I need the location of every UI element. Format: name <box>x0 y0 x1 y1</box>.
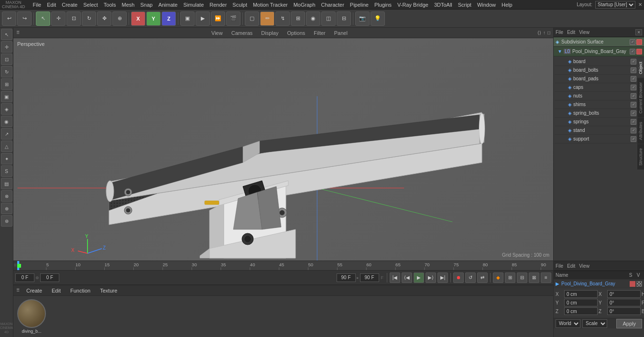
zaxis-btn[interactable]: Z <box>162 11 176 26</box>
attr-view-menu[interactable]: View <box>579 263 589 269</box>
scale-mode-select[interactable]: Scale <box>582 319 607 328</box>
menu-item-3dtoall[interactable]: 3DToAll <box>431 1 455 9</box>
left-tool-stamp[interactable]: ⊕ <box>1 203 12 214</box>
obj-item-board_pads[interactable]: ◈ board_pads ✓ ◻ <box>555 75 643 83</box>
menu-item-snap[interactable]: Snap <box>137 1 155 9</box>
loop-btn[interactable]: ↺ <box>465 272 476 283</box>
menu-item-file[interactable]: File <box>30 1 44 9</box>
left-tool-mask[interactable]: ⊗ <box>1 190 12 202</box>
menu-item-help[interactable]: Help <box>499 1 515 9</box>
undo-btn[interactable]: ↩ <box>2 11 16 26</box>
menu-item-plugins[interactable]: Plugins <box>371 1 394 9</box>
mirror-btn[interactable]: ◫ <box>321 11 336 26</box>
obj-item-spring_bolts[interactable]: ◈ spring_bolts ✓ ◻ <box>555 109 643 118</box>
obj-item-shims[interactable]: ◈ shims ✓ ◻ <box>555 100 643 109</box>
keyframe-btn[interactable]: ◆ <box>493 272 503 283</box>
end-frame-input[interactable] <box>337 273 356 282</box>
twist-btn[interactable]: ↯ <box>275 11 290 26</box>
end-frame-2[interactable] <box>360 273 379 282</box>
viewport-canvas[interactable]: Z Y X Perspective Grid Spacing : 100 cm <box>13 38 553 261</box>
obj-item-nuts[interactable]: ◈ nuts ✓ ◻ <box>555 92 643 100</box>
record-btn[interactable]: ⏺ <box>453 272 464 283</box>
rotate-tool-btn[interactable]: ↻ <box>82 11 96 26</box>
left-tool-sculpt[interactable]: ⊛ <box>1 215 12 227</box>
menu-item-v-ray-bridge[interactable]: V-Ray Bridge <box>394 1 431 9</box>
layout-select[interactable]: Startup [User] <box>595 1 635 9</box>
bp-function[interactable]: Function <box>67 287 93 294</box>
checker-btn[interactable]: ⊟ <box>337 11 351 26</box>
go-next-btn[interactable]: ▶⟩ <box>426 272 436 283</box>
rvtab-browser[interactable]: Current Browser <box>637 78 644 118</box>
menu-item-script[interactable]: Script <box>455 1 474 9</box>
vtab-view[interactable]: View <box>207 30 227 36</box>
obj-item-support[interactable]: ◈ support ✓ ◻ <box>555 135 643 143</box>
bp-create[interactable]: Create <box>23 287 45 294</box>
left-tool-scale[interactable]: ⊡ <box>1 54 12 65</box>
menu-item-tools[interactable]: Tools <box>101 1 119 9</box>
rvtab-attributes[interactable]: Attributes <box>637 118 644 144</box>
vtab-filter[interactable]: Filter <box>310 30 329 36</box>
menu-item-animate[interactable]: Animate <box>155 1 180 9</box>
subdiv-color[interactable] <box>636 39 642 45</box>
obj-close-btn[interactable]: × <box>635 29 642 35</box>
menu-item-select[interactable]: Select <box>80 1 101 9</box>
transform-tool-btn[interactable]: ✥ <box>97 11 111 26</box>
obj-item-springs[interactable]: ◈ springs ✓ ◻ <box>555 118 643 126</box>
attr-edit-menu[interactable]: Edit <box>567 263 575 269</box>
root-color-ctrl[interactable] <box>636 49 642 54</box>
attr-file-menu[interactable]: File <box>556 263 563 269</box>
root-vis-ctrl[interactable]: ✓ <box>630 49 635 54</box>
menu-item-render[interactable]: Render <box>207 1 229 9</box>
pen-btn[interactable]: ✏ <box>260 11 274 26</box>
timeline-ruler[interactable]: 0 5 10 15 20 25 30 35 40 45 50 55 60 65 <box>17 261 553 270</box>
subdivide-btn[interactable]: ⊞ <box>291 11 305 26</box>
play-btn[interactable]: ▶ <box>414 272 424 283</box>
redo-btn[interactable]: ↪ <box>17 11 32 26</box>
menu-item-sculpt[interactable]: Sculpt <box>229 1 250 9</box>
render-anim-btn[interactable]: ⏩ <box>211 11 225 26</box>
obj-item-stand[interactable]: ◈ stand ✓ ◻ <box>555 126 643 135</box>
rvtab-structure[interactable]: Structure <box>637 144 644 170</box>
left-tool-taper[interactable]: △ <box>1 141 12 152</box>
move-tool-btn[interactable]: ✛ <box>51 11 65 26</box>
config2-btn[interactable]: ⊠ <box>529 272 539 283</box>
pingpong-btn[interactable]: ⇄ <box>477 272 488 283</box>
left-tool-bend[interactable]: ↗ <box>1 128 12 140</box>
left-tool-ffd[interactable]: ⊞ <box>1 78 12 90</box>
current-frame-2[interactable] <box>40 273 59 282</box>
vtab-options[interactable]: Options <box>283 30 309 36</box>
menu-item-motion-tracker[interactable]: Motion Tracker <box>250 1 291 9</box>
menu-item-window[interactable]: Window <box>474 1 499 9</box>
menu-item-simulate[interactable]: Simulate <box>180 1 207 9</box>
menu-item-mesh[interactable]: Mesh <box>119 1 138 9</box>
xaxis-btn[interactable]: X <box>131 11 145 26</box>
layout-close-icon[interactable]: ✕ <box>638 2 642 7</box>
apply-button[interactable]: Apply <box>616 319 642 328</box>
new-obj-btn[interactable]: ⊕ <box>112 11 127 26</box>
render-interactive-btn[interactable]: 🎬 <box>226 11 240 26</box>
go-first-btn[interactable]: |◀ <box>390 272 400 283</box>
bp-texture[interactable]: Texture <box>97 287 120 294</box>
light-btn[interactable]: 💡 <box>371 11 385 26</box>
menu-item-character[interactable]: Character <box>318 1 347 9</box>
camera-btn[interactable]: 📷 <box>355 11 370 26</box>
render-region-btn[interactable]: ▣ <box>180 11 195 26</box>
obj-file-menu[interactable]: File <box>556 30 563 35</box>
obj-edit-menu[interactable]: Edit <box>567 30 575 35</box>
viewport-ctrl-arrows[interactable]: ⟨⟩ <box>537 30 541 35</box>
config-btn[interactable]: ⊟ <box>517 272 527 283</box>
viewport-ctrl-maximize[interactable]: □ <box>547 30 550 35</box>
menu-item-pipeline[interactable]: Pipeline <box>347 1 371 9</box>
left-tool-move[interactable]: ✛ <box>1 41 12 53</box>
obj-item-board[interactable]: ◈ board ✓ ◻ <box>555 57 643 66</box>
render-frame-btn[interactable]: ▶ <box>196 11 210 26</box>
timeline-drag[interactable]: ⠿ <box>13 263 17 268</box>
left-tool-select[interactable]: ↖ <box>1 29 12 40</box>
obj-item-board_bolts[interactable]: ◈ board_bolts ✓ ◻ <box>555 66 643 75</box>
left-tool-twist[interactable]: ✦ <box>1 153 12 164</box>
left-tool-paint[interactable]: S <box>1 165 12 177</box>
obj-view-menu[interactable]: View <box>579 30 589 35</box>
cube-btn[interactable]: ▢ <box>245 11 259 26</box>
motion-btn[interactable]: ⊞ <box>505 272 515 283</box>
left-tool-loft[interactable]: ◈ <box>1 103 12 115</box>
